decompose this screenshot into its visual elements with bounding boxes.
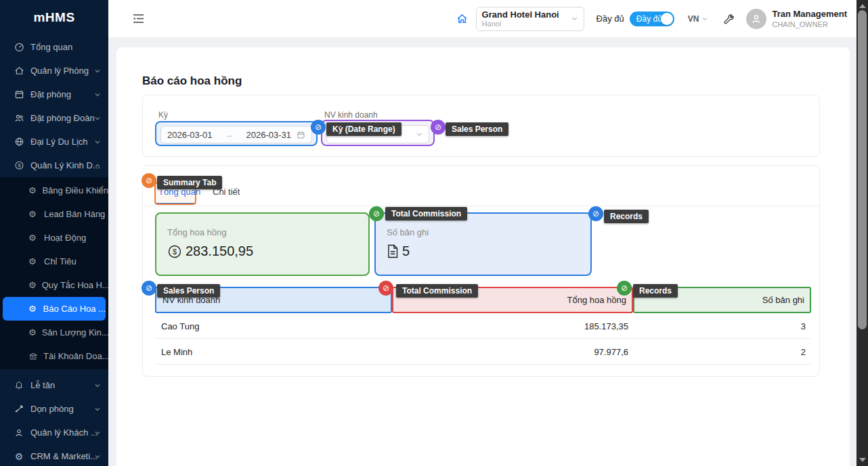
language-code: VN xyxy=(688,14,699,24)
chevron-down-icon xyxy=(701,16,708,22)
scrollbar-up-arrow[interactable] xyxy=(856,1,868,11)
submenu-item-activities[interactable]: ⚙Hoạt Động xyxy=(0,226,108,250)
scrollbar-down-arrow[interactable] xyxy=(856,455,868,465)
summary-tab-annotation-box xyxy=(154,182,196,205)
row-sales-person: Le Minh xyxy=(161,347,192,357)
date-range-annotation-box: 2026-03-01 → 2026-03-31 xyxy=(155,121,318,146)
sidebar-item-overview[interactable]: Tổng quan xyxy=(0,35,108,59)
mode-toggle-label: Đầy đủ xyxy=(636,14,662,24)
sidebar-item-business-management[interactable]: $ Quản Lý Kinh D... xyxy=(0,154,108,177)
chevron-down-icon xyxy=(94,382,101,389)
sidebar-item-label: Đặt phòng Đoàn xyxy=(30,113,95,123)
submenu-item-dashboard[interactable]: ⚙Bảng Điều Khiển xyxy=(0,179,108,202)
report-card: Tổng quan Chi tiết Tổng hoa hồng $ 283.1… xyxy=(142,165,820,377)
row-records: 3 xyxy=(633,321,806,331)
sidebar: mHMS Tổng quan Quản lý Phòng Đặt phòng Đ… xyxy=(0,0,108,466)
submenu-item-commission-rules[interactable]: ⚙Quy Tắc Hoa H... xyxy=(0,273,108,297)
chevron-down-icon xyxy=(94,406,101,413)
document-icon xyxy=(387,244,399,258)
gear-icon: ⚙ xyxy=(28,304,38,313)
user-role: CHAIN_OWNER xyxy=(772,20,847,29)
submenu-item-label: Quy Tắc Hoa H... xyxy=(42,280,110,290)
sidebar-item-label: Lễ tân xyxy=(30,380,55,390)
column-header-total-commission[interactable]: Tổng hoa hồng xyxy=(392,287,633,313)
header-right-cluster: Grand Hotel Hanoi Hanoi Đầy đủ Đầy đủ VN… xyxy=(456,7,856,31)
toggle-knob xyxy=(661,13,673,25)
sidebar-item-housekeeping[interactable]: Dọn phòng xyxy=(0,397,108,421)
menu-collapse-icon[interactable] xyxy=(133,14,144,24)
chevron-down-icon xyxy=(94,139,101,145)
sidebar-item-booking[interactable]: Đặt phòng xyxy=(0,83,108,106)
submenu-item-label: Hoạt Động xyxy=(44,233,86,243)
sidebar-item-label: Quản lý Phòng xyxy=(30,66,89,76)
total-commission-card: Tổng hoa hồng $ 283.150,95 xyxy=(155,212,370,276)
home-icon[interactable] xyxy=(456,13,468,24)
hotel-city: Hanoi xyxy=(482,20,571,28)
column-header-sales-person[interactable]: NV kinh doanh xyxy=(155,287,392,313)
gear-icon: ⚙ xyxy=(28,281,37,289)
dollar-icon: $ xyxy=(14,160,24,170)
calendar-icon xyxy=(297,131,305,139)
app-logo: mHMS xyxy=(0,0,108,35)
gear-icon: ⚙ xyxy=(28,328,37,337)
hotel-name: Grand Hotel Hanoi xyxy=(482,9,571,20)
calendar-icon xyxy=(14,89,24,99)
submenu-item-commission-report[interactable]: ⚙Báo Cáo Hoa ... xyxy=(3,297,106,321)
language-selector[interactable]: VN xyxy=(688,14,709,24)
hotel-selector[interactable]: Grand Hotel Hanoi Hanoi xyxy=(476,7,584,31)
row-records: 2 xyxy=(633,347,806,357)
submenu-item-targets[interactable]: ⚙Chỉ Tiêu xyxy=(0,250,108,273)
submenu-item-business-volume[interactable]: ⚙Sản Lượng Kin... xyxy=(0,321,108,344)
sidebar-bottom-group: Lễ tân Dọn phòng Quản lý Khách ... ⚙ CRM… xyxy=(0,373,108,466)
sidebar-item-front-desk[interactable]: Lễ tân xyxy=(0,373,108,397)
tab-divider xyxy=(143,206,819,206)
chevron-down-icon xyxy=(571,15,578,22)
page-card: Báo cáo hoa hồng Kỳ 2026-03-01 → 2026-03… xyxy=(116,47,850,466)
total-commission-card-value-row: $ 283.150,95 xyxy=(167,243,253,259)
table-row[interactable]: Cao Tung 185.173,35 3 xyxy=(155,313,811,339)
records-card-label: Số bản ghi xyxy=(387,227,429,237)
sidebar-item-label: Đại Lý Du Lịch xyxy=(30,137,88,147)
table-row[interactable]: Le Minh 97.977,6 2 xyxy=(155,339,811,365)
sidebar-item-label: Dọn phòng xyxy=(30,404,74,414)
total-commission-value: 283.150,95 xyxy=(186,243,253,259)
sidebar-item-label: Quản lý Khách ... xyxy=(30,427,98,438)
submenu-item-label: Sản Lượng Kin... xyxy=(42,327,109,337)
user-avatar[interactable] xyxy=(746,9,766,29)
submenu-item-sales-leads[interactable]: ⚙Lead Bán Hàng xyxy=(0,202,108,226)
page-scrollbar[interactable] xyxy=(856,0,868,466)
sidebar-item-rooms[interactable]: Quản lý Phòng xyxy=(0,59,108,83)
sidebar-item-group-booking[interactable]: Đặt phòng Đoàn xyxy=(0,106,108,130)
submenu-item-label: Chỉ Tiêu xyxy=(44,256,77,266)
sidebar-item-travel-agency[interactable]: Đại Lý Du Lịch xyxy=(0,130,108,154)
submenu-item-business-accounts[interactable]: Tài Khoản Doa... xyxy=(0,344,108,368)
gear-icon: ⚙ xyxy=(28,233,39,242)
sales-person-label: NV kinh doanh xyxy=(324,110,378,120)
settings-wrench-icon[interactable] xyxy=(723,14,734,24)
user-info[interactable]: Tran Management CHAIN_OWNER xyxy=(772,9,847,29)
bell-icon xyxy=(14,381,24,390)
page-title: Báo cáo hoa hồng xyxy=(142,74,242,88)
sales-person-select[interactable] xyxy=(326,125,429,143)
date-range-picker[interactable]: 2026-03-01 → 2026-03-31 xyxy=(160,126,312,143)
sidebar-item-label: Quản Lý Kinh D... xyxy=(30,160,100,170)
globe-icon xyxy=(14,137,24,147)
chevron-down-icon xyxy=(416,131,423,138)
submenu-item-label: Báo Cáo Hoa ... xyxy=(43,304,106,314)
date-start-value[interactable]: 2026-03-01 xyxy=(167,130,213,140)
tab-details[interactable]: Chi tiết xyxy=(213,187,240,197)
sidebar-item-label: CRM & Marketi... xyxy=(30,451,97,461)
svg-text:$: $ xyxy=(173,248,177,256)
gear-icon: ⚙ xyxy=(28,257,39,266)
sidebar-item-crm-marketing[interactable]: ⚙ CRM & Marketi... xyxy=(0,444,108,466)
date-end-value[interactable]: 2026-03-31 xyxy=(246,130,292,140)
column-header-records[interactable]: Số bản ghi xyxy=(633,287,811,313)
records-card: Số bản ghi 5 xyxy=(374,212,592,276)
row-sales-person: Cao Tung xyxy=(161,321,199,331)
scrollbar-thumb[interactable] xyxy=(858,10,867,329)
records-value: 5 xyxy=(402,243,410,259)
sidebar-item-guest-management[interactable]: Quản lý Khách ... xyxy=(0,421,108,444)
mode-toggle[interactable]: Đầy đủ xyxy=(630,11,674,26)
gear-icon: ⚙ xyxy=(14,452,24,461)
chevron-down-icon xyxy=(94,115,101,122)
